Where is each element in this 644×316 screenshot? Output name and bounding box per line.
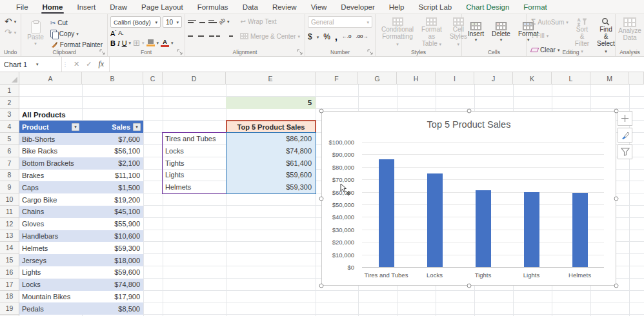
header-product[interactable]: Product ▾ xyxy=(19,121,82,133)
row-header-13[interactable]: 13 xyxy=(0,230,19,242)
number-format-select[interactable]: General▾ xyxy=(308,16,372,28)
cell-product[interactable]: Gloves xyxy=(19,218,82,230)
tab-home[interactable]: Home xyxy=(35,0,70,14)
column-header-J[interactable]: J xyxy=(474,72,513,84)
selection-handle[interactable] xyxy=(319,109,324,114)
tab-view[interactable]: View xyxy=(304,0,334,14)
autosum-button[interactable]: ΣAutoSum▾ xyxy=(529,17,570,27)
chart-bar-locks[interactable] xyxy=(427,173,443,267)
row-header-11[interactable]: 11 xyxy=(0,206,19,218)
tab-page-layout[interactable]: Page Layout xyxy=(134,0,190,14)
chart-filters-button[interactable] xyxy=(618,144,632,159)
chart-bar-tires-and-tubes[interactable] xyxy=(379,159,394,267)
top5-category-cell[interactable]: Helmets xyxy=(163,181,226,193)
cell-sales[interactable]: $10,600 xyxy=(82,230,143,242)
grow-font-button[interactable]: Aˆ xyxy=(110,30,116,37)
column-header-A[interactable]: A xyxy=(19,72,82,84)
table-row[interactable]: Caps$1,500 xyxy=(19,181,143,193)
cell-product[interactable]: Lights xyxy=(19,266,82,279)
bold-button[interactable]: B xyxy=(110,39,116,47)
fill-color-button[interactable] xyxy=(146,39,155,46)
row-header-14[interactable]: 14 xyxy=(0,242,19,254)
table-row[interactable]: Cargo Bike$19,200 xyxy=(19,193,143,206)
cell-product[interactable]: Mountain Bikes xyxy=(19,291,82,303)
cell-sales[interactable]: $56,100 xyxy=(82,145,143,157)
row-header-2[interactable]: 2 xyxy=(0,97,19,109)
table-row[interactable]: Handlebars$10,600 xyxy=(19,230,143,242)
enter-entry-button[interactable]: ✓ xyxy=(86,60,92,68)
format-painter-button[interactable]: Format Painter xyxy=(48,39,105,50)
selection-handle[interactable] xyxy=(467,109,471,114)
row-header-8[interactable]: 8 xyxy=(0,170,19,182)
cell-sales[interactable]: $7,600 xyxy=(82,133,143,145)
top5-value-cell[interactable]: $59,600 xyxy=(226,169,316,181)
formula-input[interactable] xyxy=(110,57,644,72)
align-center-button[interactable] xyxy=(197,33,205,40)
cell-sales[interactable]: $8,500 xyxy=(82,302,143,315)
selection-handle[interactable] xyxy=(614,284,619,288)
row-header-4[interactable]: 4 xyxy=(0,121,19,133)
tab-formulas[interactable]: Formulas xyxy=(190,0,236,14)
row-header-15[interactable]: 15 xyxy=(0,254,19,266)
cut-button[interactable]: ✂Cut xyxy=(48,17,105,28)
insert-cells-button[interactable]: Insert▾ xyxy=(465,16,487,48)
tab-developer[interactable]: Developer xyxy=(334,0,381,14)
cell-product[interactable]: Chains xyxy=(19,206,82,218)
align-left-button[interactable] xyxy=(188,33,196,40)
cell-sales[interactable]: $18,000 xyxy=(82,254,143,266)
top5-value-cell[interactable]: $74,800 xyxy=(226,145,316,157)
tab-data[interactable]: Data xyxy=(236,0,265,14)
chart-bar-lights[interactable] xyxy=(524,192,539,267)
selection-handle[interactable] xyxy=(467,284,471,288)
table-row[interactable]: Helmets$59,300 xyxy=(19,242,143,254)
cell-e2-top-n[interactable]: 5 xyxy=(226,97,316,109)
cell-e4-top5-header[interactable]: Top 5 Product Sales xyxy=(226,120,316,133)
row-header-18[interactable]: 18 xyxy=(0,291,19,303)
column-header-G[interactable]: G xyxy=(358,72,397,84)
cell-product[interactable]: Locks xyxy=(19,279,82,291)
tab-help[interactable]: Help xyxy=(382,0,412,14)
borders-button[interactable]: ⊞ xyxy=(133,39,140,47)
top5-category-cell[interactable]: Lights xyxy=(163,169,226,181)
cell-product[interactable]: Bottom Brackets xyxy=(19,157,82,170)
copy-button[interactable]: Copy▾ xyxy=(48,28,105,39)
decrease-indent-button[interactable] xyxy=(216,33,224,40)
align-middle-button[interactable] xyxy=(198,18,206,25)
table-row[interactable]: Chains$45,100 xyxy=(19,206,143,218)
column-header-D[interactable]: D xyxy=(163,72,226,84)
cell-product[interactable]: Bike Racks xyxy=(19,145,82,157)
header-sales[interactable]: Sales ▾ xyxy=(82,121,143,133)
top5-category-cell[interactable]: Locks xyxy=(163,145,226,157)
insert-function-button[interactable]: fx xyxy=(98,59,104,69)
table-row[interactable]: Brakes$11,100 xyxy=(19,170,143,182)
selection-handle[interactable] xyxy=(319,196,324,201)
orientation-button[interactable]: ab xyxy=(217,17,226,26)
table-row[interactable]: Bike Racks$56,100 xyxy=(19,145,143,157)
cell-a3-all-products[interactable]: All Products xyxy=(22,109,66,121)
undo-button[interactable]: ↶▾ xyxy=(3,16,18,26)
tab-format[interactable]: Format xyxy=(516,0,554,14)
font-name-select[interactable]: Calibri (Body)▾ xyxy=(110,16,161,28)
comma-style-button[interactable]: , xyxy=(335,32,337,42)
cell-product[interactable]: Helmets xyxy=(19,242,82,254)
chart[interactable]: Top 5 Product Sales $0$10,000$20,000$30,… xyxy=(321,111,616,286)
formula-bar-grip[interactable]: ⋮ xyxy=(62,57,68,72)
increase-indent-button[interactable] xyxy=(226,33,234,40)
selection-handle[interactable] xyxy=(319,284,324,288)
column-header-C[interactable]: C xyxy=(143,72,163,84)
increase-decimal-button[interactable]: ←.0 xyxy=(342,34,352,40)
table-row[interactable]: Gloves$55,900 xyxy=(19,218,143,230)
paste-button[interactable]: Paste▾ xyxy=(24,16,47,51)
table-row[interactable]: Lights$59,600 xyxy=(19,266,143,279)
select-all-corner[interactable] xyxy=(0,72,19,84)
cell-sales[interactable]: $1,500 xyxy=(82,181,143,193)
filter-button-sales[interactable]: ▾ xyxy=(133,123,141,131)
chart-bar-helmets[interactable] xyxy=(572,193,588,267)
column-header-H[interactable]: H xyxy=(397,72,436,84)
cell-sales[interactable]: $17,900 xyxy=(82,291,143,303)
font-size-select[interactable]: 10▾ xyxy=(163,16,182,28)
cancel-entry-button[interactable]: ✕ xyxy=(74,60,79,68)
row-header-9[interactable]: 9 xyxy=(0,181,19,193)
row-header-12[interactable]: 12 xyxy=(0,218,19,230)
cell-product[interactable]: Handlebars xyxy=(19,230,82,242)
